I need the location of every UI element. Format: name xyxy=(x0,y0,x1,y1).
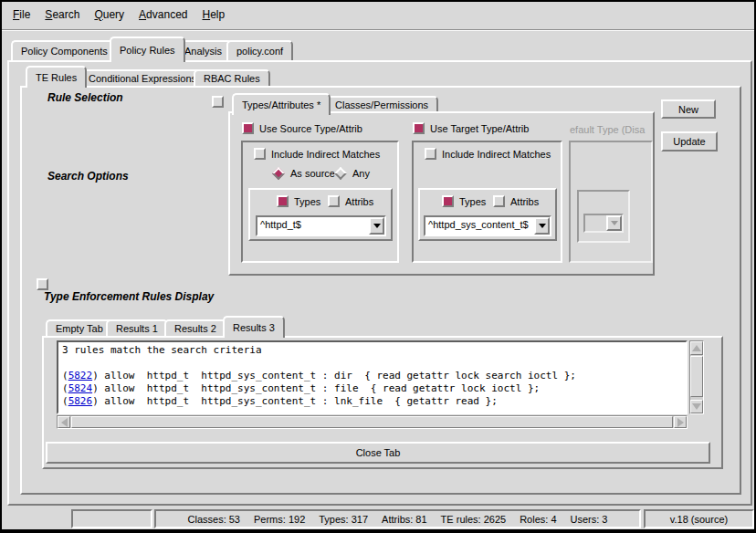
checkbox-target-indirect[interactable]: Include Indirect Matches xyxy=(425,148,551,160)
rule-id-link[interactable]: 5824 xyxy=(68,382,93,394)
stat-roles: Roles: 4 xyxy=(520,514,556,525)
source-type-combo[interactable]: ^httpd_t$ xyxy=(256,215,386,236)
results-text[interactable]: 3 rules match the search criteria (5822)… xyxy=(57,340,688,414)
checkbox-use-target[interactable]: Use Target Type/Attrib xyxy=(413,122,529,134)
rule-text: ) allow httpd_t httpd_sys_content_t : fi… xyxy=(92,382,540,394)
checkbox-label: Types xyxy=(459,196,486,207)
tab-label: Policy Components xyxy=(21,46,108,57)
combo-dropdown-button[interactable] xyxy=(369,217,384,235)
tab-rbac-rules[interactable]: RBAC Rules xyxy=(194,69,270,86)
stat-perms: Perms: 192 xyxy=(254,514,305,525)
radio-label: Any xyxy=(352,168,370,179)
checkbox-source-attribs[interactable]: Attribs xyxy=(328,195,373,207)
new-button[interactable]: New xyxy=(661,99,716,119)
default-type-combo xyxy=(583,214,624,233)
chevron-down-icon xyxy=(611,221,618,225)
menu-help-mnemonic: H xyxy=(202,8,210,21)
tab-results-3[interactable]: Results 3 xyxy=(223,316,285,338)
tab-conditional-expressions[interactable]: Conditional Expressions xyxy=(79,69,206,86)
combo-value xyxy=(585,215,606,231)
checkbox-indicator xyxy=(328,195,340,207)
vertical-scrollbar[interactable] xyxy=(689,340,704,414)
tab-label: Empty Tab xyxy=(56,323,103,334)
te-rules-display-title: Type Enforcement Rules Display xyxy=(40,290,217,303)
rule-text: ) allow httpd_t httpd_sys_content_t : ln… xyxy=(92,395,498,407)
vertical-sash-handle[interactable] xyxy=(212,96,224,108)
checkbox-label: Include Indirect Matches xyxy=(442,149,551,160)
checkbox-source-types[interactable]: Types xyxy=(277,195,320,207)
menu-file[interactable]: File xyxy=(5,5,37,25)
tab-results-2[interactable]: Results 2 xyxy=(164,319,226,336)
menu-help-rest: elp xyxy=(210,8,225,21)
menu-advanced-rest: dvanced xyxy=(146,8,187,21)
checkbox-label: Types xyxy=(294,196,320,207)
scroll-down-button[interactable] xyxy=(690,400,703,413)
checkbox-indicator xyxy=(242,122,254,134)
combo-value: ^httpd_t$ xyxy=(257,217,369,235)
default-type-label: efault Type (Disa xyxy=(570,124,653,135)
arrow-right-icon xyxy=(677,418,684,427)
checkbox-indicator xyxy=(442,195,454,207)
scrollbar-thumb[interactable] xyxy=(690,356,703,397)
radio-any[interactable]: Any xyxy=(334,168,370,179)
horizontal-scrollbar[interactable] xyxy=(57,415,688,429)
stat-classes: Classes: 53 xyxy=(188,514,240,525)
scrollbar-thumb[interactable] xyxy=(71,416,673,428)
rule-selection-title: Rule Selection xyxy=(44,91,127,104)
menu-help[interactable]: Help xyxy=(194,5,232,25)
blank-line xyxy=(62,357,682,370)
rule-pre: ( xyxy=(62,395,68,407)
menu-bar: File Search Query Advanced Help xyxy=(2,2,754,27)
menu-advanced[interactable]: Advanced xyxy=(131,5,194,25)
tab-policy-conf[interactable]: policy.conf xyxy=(226,40,293,60)
combo-dropdown-button[interactable] xyxy=(534,217,550,235)
scroll-right-button[interactable] xyxy=(674,416,687,428)
radio-indicator xyxy=(272,167,285,180)
checkbox-use-source[interactable]: Use Source Type/Attrib xyxy=(242,122,362,134)
tab-results-1[interactable]: Results 1 xyxy=(106,319,168,336)
rule-pre: ( xyxy=(62,382,68,394)
rule-line: (5824) allow httpd_t httpd_sys_content_t… xyxy=(62,382,682,395)
menu-query[interactable]: Query xyxy=(87,5,131,25)
status-panel-version: v.18 (source) xyxy=(644,509,754,528)
checkbox-label: Use Source Type/Attrib xyxy=(259,123,362,134)
checkbox-label: Use Target Type/Attrib xyxy=(430,123,529,134)
tab-te-rules[interactable]: TE Rules xyxy=(26,66,87,88)
tab-label: Results 3 xyxy=(233,322,275,333)
chevron-down-icon xyxy=(539,224,546,228)
checkbox-source-indirect[interactable]: Include Indirect Matches xyxy=(254,148,380,160)
tab-label: Results 2 xyxy=(174,323,216,334)
checkbox-target-types[interactable]: Types xyxy=(442,195,486,207)
policy-version: v.18 (source) xyxy=(670,514,728,525)
scroll-up-button[interactable] xyxy=(690,341,703,355)
tab-policy-rules[interactable]: Policy Rules xyxy=(110,37,185,62)
rule-pre: ( xyxy=(62,370,68,381)
rule-id-link[interactable]: 5826 xyxy=(68,395,93,407)
checkbox-label: Attribs xyxy=(345,196,373,207)
update-button[interactable]: Update xyxy=(661,131,718,152)
search-options-title: Search Options xyxy=(44,170,132,183)
rule-id-link[interactable]: 5822 xyxy=(68,370,93,381)
menu-search[interactable]: Search xyxy=(37,5,87,25)
tab-label: Policy Rules xyxy=(120,45,175,56)
rule-text: ) allow httpd_t httpd_sys_content_t : di… xyxy=(92,370,576,381)
close-tab-button[interactable]: Close Tab xyxy=(46,442,710,464)
checkbox-target-attribs[interactable]: Attribs xyxy=(493,195,539,207)
horizontal-sash-handle[interactable] xyxy=(37,278,48,290)
radio-as-source[interactable]: As source xyxy=(272,168,335,179)
tab-types-attributes[interactable]: Types/Attributes * xyxy=(232,93,331,115)
tab-label: Results 1 xyxy=(116,323,158,334)
scroll-left-button[interactable] xyxy=(58,416,70,428)
stat-types: Types: 317 xyxy=(319,514,368,525)
tab-policy-components[interactable]: Policy Components xyxy=(11,40,118,60)
tab-label: Classes/Permissions xyxy=(335,99,428,110)
button-label: Close Tab xyxy=(356,447,401,458)
menubar-separator xyxy=(2,29,754,31)
menu-query-mnemonic: Q xyxy=(94,8,102,21)
radio-indicator xyxy=(334,167,347,180)
chevron-down-icon xyxy=(373,224,381,228)
tab-empty-tab[interactable]: Empty Tab xyxy=(46,319,113,336)
apol-window: File Search Query Advanced Help Policy C… xyxy=(0,0,756,533)
tab-classes-permissions[interactable]: Classes/Permissions xyxy=(325,96,438,111)
target-type-combo[interactable]: ^httpd_sys_content_t$ xyxy=(424,215,551,236)
